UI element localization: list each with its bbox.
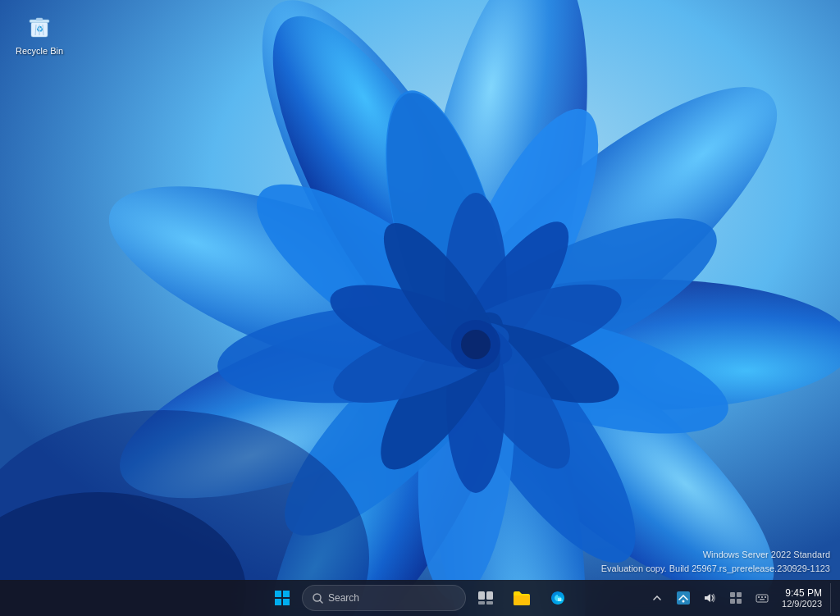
tray-overflow-button[interactable]: [646, 586, 669, 609]
file-explorer-icon: [514, 591, 530, 605]
svg-rect-57: [737, 599, 742, 604]
svg-rect-60: [761, 596, 763, 598]
svg-rect-51: [486, 601, 493, 605]
desktop: ♻ Recycle Bin Windows Server 2022 Standa…: [0, 0, 840, 616]
svg-rect-56: [730, 599, 735, 604]
network-tray-icon[interactable]: [672, 586, 695, 609]
svg-rect-44: [275, 599, 281, 605]
svg-rect-62: [760, 599, 765, 600]
chevron-up-icon: [653, 594, 661, 602]
search-icon: [313, 593, 323, 604]
recycle-bin-graphic: ♻: [23, 10, 56, 43]
notifications-icon: [729, 591, 742, 605]
keyboard-icon: [756, 591, 769, 605]
task-view-icon: [478, 591, 493, 605]
keyboard-tray-icon[interactable]: [751, 586, 774, 609]
clock-time: 9:45 PM: [785, 587, 822, 599]
svg-rect-42: [275, 591, 281, 597]
edge-icon: [550, 590, 566, 606]
svg-rect-49: [486, 591, 493, 600]
svg-rect-55: [737, 592, 742, 597]
svg-rect-52: [677, 591, 690, 605]
edge-browser-button[interactable]: [541, 582, 574, 614]
search-placeholder: Search: [328, 592, 359, 604]
svg-point-53: [682, 600, 685, 603]
svg-rect-54: [730, 592, 735, 597]
taskbar-center: Search: [266, 582, 574, 614]
taskbar: Search: [0, 580, 840, 616]
taskbar-right: 9:45 PM 12/9/2023: [646, 583, 833, 613]
recycle-bin-icon[interactable]: ♻ Recycle Bin: [7, 7, 72, 60]
start-button[interactable]: [266, 582, 299, 614]
clock-date: 12/9/2023: [782, 599, 822, 609]
svg-line-47: [320, 600, 322, 603]
network-icon: [677, 591, 690, 605]
search-bar[interactable]: Search: [302, 585, 466, 611]
svg-rect-45: [283, 599, 290, 605]
svg-rect-48: [478, 591, 485, 600]
svg-point-32: [461, 330, 491, 359]
clock[interactable]: 9:45 PM 12/9/2023: [777, 586, 827, 610]
svg-rect-59: [758, 596, 760, 598]
show-desktop-button[interactable]: [830, 583, 833, 613]
recycle-bin-label: Recycle Bin: [16, 46, 63, 57]
volume-tray-icon[interactable]: [698, 586, 721, 609]
notifications-tray-icon[interactable]: [724, 586, 747, 609]
svg-rect-37: [36, 18, 43, 21]
volume-icon: [703, 591, 716, 605]
svg-rect-58: [756, 595, 768, 602]
wallpaper: [0, 0, 840, 616]
svg-rect-50: [478, 601, 485, 605]
svg-rect-61: [765, 596, 766, 598]
file-explorer-button[interactable]: [505, 582, 538, 614]
task-view-button[interactable]: [469, 582, 502, 614]
svg-rect-43: [283, 591, 290, 597]
